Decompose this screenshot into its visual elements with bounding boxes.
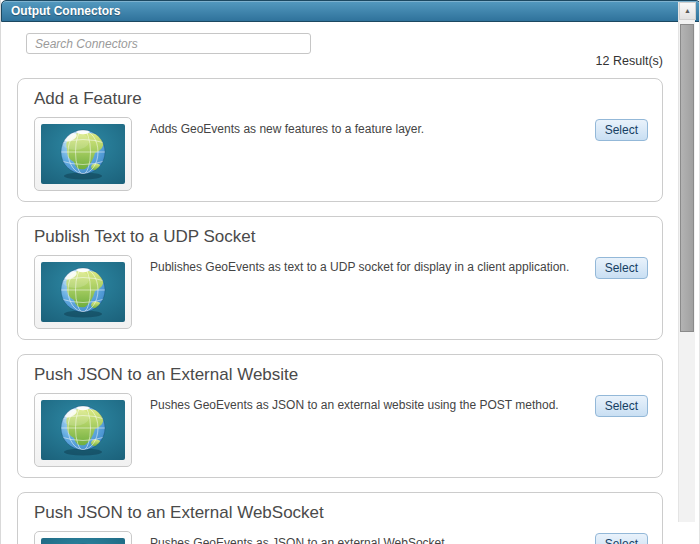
connector-list: Add a Feature <box>17 78 663 544</box>
output-connectors-dialog: Output Connectors ✕ 12 Result(s) Add a F… <box>0 0 700 544</box>
connector-title: Push JSON to an External WebSocket <box>34 501 648 531</box>
connector-thumbnail <box>34 393 132 467</box>
connector-card: Push JSON to an External Website <box>17 354 663 478</box>
connector-thumbnail <box>34 255 132 329</box>
connector-thumbnail <box>34 117 132 191</box>
connector-title: Push JSON to an External Website <box>34 363 648 393</box>
connector-card: Push JSON to an External WebSocket <box>17 492 663 544</box>
search-input[interactable] <box>26 33 311 54</box>
scrollbar-thumb[interactable] <box>680 24 694 332</box>
connector-description: Publishes GeoEvents as text to a UDP soc… <box>132 255 595 275</box>
globe-icon <box>41 262 125 322</box>
connector-thumbnail <box>34 531 132 544</box>
connector-title: Publish Text to a UDP Socket <box>34 225 648 255</box>
dialog-titlebar: Output Connectors ✕ <box>1 0 700 22</box>
connector-description: Adds GeoEvents as new features to a feat… <box>132 117 595 137</box>
select-button[interactable]: Select <box>595 533 648 544</box>
up-arrow-icon: ▲ <box>680 3 695 19</box>
scrollbar[interactable]: ▲ <box>678 2 695 522</box>
globe-icon <box>41 400 125 460</box>
select-button[interactable]: Select <box>595 395 648 417</box>
connector-title: Add a Feature <box>34 87 648 117</box>
globe-icon <box>41 124 125 184</box>
connector-description: Pushes GeoEvents as JSON to an external … <box>132 531 595 544</box>
select-button[interactable]: Select <box>595 257 648 279</box>
dialog-title: Output Connectors <box>2 1 120 21</box>
connector-card: Add a Feature <box>17 78 663 202</box>
globe-icon <box>41 538 125 544</box>
connector-card: Publish Text to a UDP Socket <box>17 216 663 340</box>
scroll-up-button[interactable]: ▲ <box>679 2 696 20</box>
dialog-body: 12 Result(s) Add a Feature <box>1 22 700 544</box>
select-button[interactable]: Select <box>595 119 648 141</box>
results-count: 12 Result(s) <box>596 54 663 68</box>
connector-description: Pushes GeoEvents as JSON to an external … <box>132 393 595 413</box>
